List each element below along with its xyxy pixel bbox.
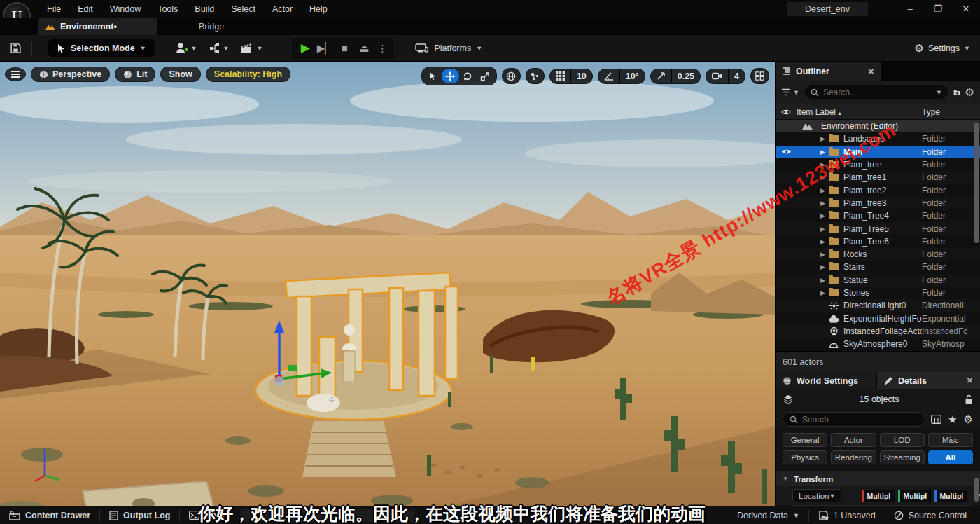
level-viewport[interactable]: Perspective Lit Show Scalability: High 1… (0, 62, 775, 506)
outliner-scrollbar[interactable] (974, 123, 979, 243)
scale-snap-value[interactable]: 0.25 (671, 69, 700, 83)
outliner-row[interactable]: ▶SkyAtmosphere0SkyAtmosp (776, 338, 980, 350)
outliner-row[interactable]: ▶Plam_tree3Folder (776, 197, 980, 209)
grid-snap-value[interactable]: 10 (570, 69, 592, 83)
stop-button[interactable]: ■ (335, 42, 354, 54)
eye-icon[interactable] (776, 148, 797, 156)
lit-dropdown[interactable]: Lit (115, 67, 155, 82)
details-scrollbar[interactable] (974, 478, 979, 502)
select-tool-button[interactable] (424, 69, 442, 83)
outliner-row[interactable]: ▶Plam_Tree6Folder (776, 235, 980, 248)
tab-world-settings[interactable]: World Settings (776, 372, 876, 389)
play-options-kebab[interactable]: ⋮ (374, 43, 390, 54)
menu-build[interactable]: Build (186, 1, 223, 17)
outliner-row[interactable]: ▶Plam_tree1Folder (776, 171, 980, 184)
world-local-toggle[interactable] (502, 68, 521, 84)
outliner-row[interactable]: ▶LandscapeFolder (776, 132, 980, 145)
new-folder-icon[interactable] (953, 88, 961, 97)
menu-edit[interactable]: Edit (69, 1, 102, 17)
add-actor-button[interactable]: ▼ (171, 40, 202, 57)
camera-speed-toggle[interactable] (706, 70, 728, 82)
details-search[interactable] (783, 412, 925, 427)
surface-snapping-button[interactable] (526, 68, 545, 84)
details-settings-icon[interactable]: ⚙ (964, 413, 973, 426)
settings-dropdown[interactable]: ⚙ Settings ▼ (914, 42, 970, 55)
rotation-snap-toggle[interactable] (598, 70, 620, 83)
source-control-button[interactable]: Source Control (885, 506, 976, 524)
selection-mode-dropdown[interactable]: Selection Mode ▼ (48, 39, 155, 57)
blueprints-button[interactable]: ▼ (204, 41, 234, 56)
rotation-snap-value[interactable]: 10° (620, 69, 645, 83)
outliner-row[interactable]: ▶Plam_tree2Folder (776, 184, 980, 196)
tab-details[interactable]: Details ✕ (877, 372, 980, 389)
outliner-row-world[interactable]: Environemnt (Editor) (776, 120, 980, 132)
scale-snap-toggle[interactable] (651, 69, 671, 83)
show-dropdown[interactable]: Show (160, 67, 200, 82)
unlock-icon[interactable] (965, 394, 973, 404)
location-y-field[interactable]: Multipl (898, 490, 931, 502)
display-filter-icon[interactable] (931, 415, 941, 424)
menu-window[interactable]: Window (102, 1, 149, 17)
restore-button[interactable]: ❐ (924, 0, 952, 18)
outliner-filter-button[interactable]: ▼ (781, 88, 799, 96)
filter-streaming[interactable]: Streaming (880, 450, 925, 464)
tab-bridge[interactable]: Bridge (189, 18, 234, 35)
camera-speed-value[interactable]: 4 (728, 69, 745, 83)
outliner-settings-icon[interactable]: ⚙ (965, 86, 974, 99)
close-tab-icon[interactable]: ✕ (967, 376, 973, 385)
derived-data-button[interactable]: Derived Data▼ (728, 506, 808, 524)
filter-lod[interactable]: LOD (880, 433, 925, 447)
outliner-row[interactable]: ▶StairsFolder (776, 261, 980, 273)
filter-misc[interactable]: Misc (928, 433, 973, 447)
outliner-row[interactable]: ▶Plam_treeFolder (776, 158, 980, 171)
scalability-badge[interactable]: Scalability: High (206, 67, 290, 82)
outliner-row[interactable]: ▶Plam_Tree4Folder (776, 209, 980, 222)
maximize-viewport-button[interactable] (750, 68, 769, 84)
outliner-row[interactable]: ▶DirectionalLight0DirectionalL (776, 299, 980, 312)
outliner-row[interactable]: ▶StonesFolder (776, 287, 980, 299)
menu-help[interactable]: Help (301, 1, 336, 17)
menu-select[interactable]: Select (223, 1, 264, 17)
move-tool-button[interactable] (442, 69, 459, 83)
outliner-search[interactable]: ▼ (804, 85, 949, 99)
outliner-row[interactable]: ▶InstancedFoliageActor0InstancedFc (776, 325, 980, 338)
outliner-row[interactable]: ▶ExponentialHeightFog0Exponential (776, 312, 980, 324)
close-button[interactable]: ✕ (952, 0, 980, 18)
scale-tool-button[interactable] (477, 69, 494, 83)
eye-column-icon[interactable] (776, 109, 797, 116)
grid-snap-toggle[interactable] (550, 69, 570, 83)
viewport-options-menu[interactable] (5, 67, 26, 81)
play-button[interactable]: ▶ (296, 41, 314, 55)
cinematics-button[interactable]: ▼ (236, 41, 267, 56)
rotate-tool-button[interactable] (459, 69, 477, 83)
menu-file[interactable]: File (38, 1, 69, 17)
favorites-star-icon[interactable]: ★ (948, 413, 957, 426)
transform-section-header[interactable]: ▼ Transform (776, 471, 980, 486)
output-log-button[interactable]: Output Log (100, 506, 179, 524)
perspective-dropdown[interactable]: Perspective (31, 67, 110, 82)
outliner-search-input[interactable] (823, 88, 932, 97)
eject-button[interactable]: ⏏ (355, 42, 373, 55)
platforms-dropdown[interactable]: Platforms ▼ (415, 43, 482, 53)
unsaved-button[interactable]: 1 Unsaved (809, 506, 885, 524)
filter-physics[interactable]: Physics (783, 450, 827, 464)
save-button[interactable] (6, 39, 26, 58)
menu-actor[interactable]: Actor (264, 1, 301, 17)
outliner-row-selected[interactable]: ▶MainFolder (776, 146, 980, 158)
skip-button[interactable]: ▶▏ (316, 42, 334, 55)
close-tab-icon[interactable]: ✕ (868, 67, 874, 76)
tab-outliner[interactable]: Outliner ✕ (776, 62, 881, 81)
outliner-row[interactable]: ▶Plam_Tree5Folder (776, 222, 980, 235)
outliner-row[interactable]: ▶StatueFolder (776, 274, 980, 287)
outliner-row[interactable]: ▶RocksFolder (776, 248, 980, 261)
filter-actor[interactable]: Actor (831, 433, 876, 447)
filter-all[interactable]: All (928, 450, 973, 464)
tab-environment[interactable]: Environemnt• (38, 18, 158, 35)
filter-general[interactable]: General (783, 433, 827, 447)
minimize-button[interactable]: – (896, 0, 924, 18)
menu-tools[interactable]: Tools (149, 1, 186, 17)
location-x-field[interactable]: Multipl (862, 490, 895, 502)
location-dropdown[interactable]: Location ▼ (792, 489, 841, 502)
content-drawer-button[interactable]: Content Drawer (0, 506, 99, 524)
details-search-input[interactable] (802, 415, 918, 425)
